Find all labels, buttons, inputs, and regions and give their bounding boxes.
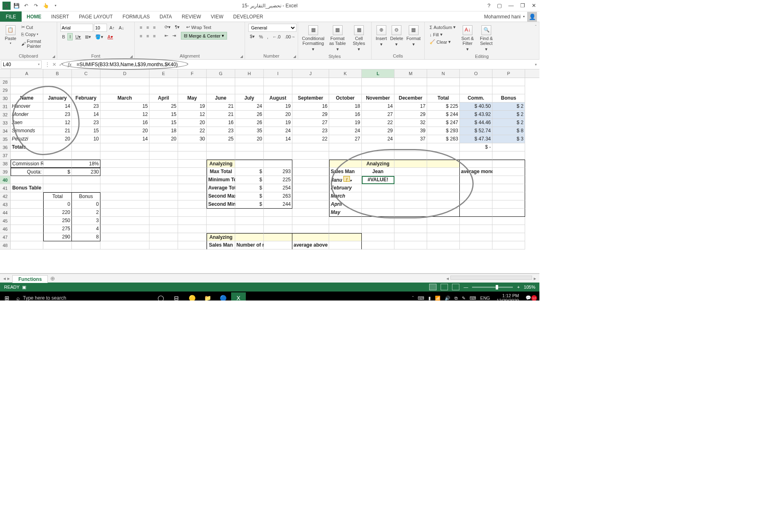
cell-L48[interactable] <box>362 241 394 249</box>
cell-B42[interactable]: Total <box>43 192 72 200</box>
cell-D37[interactable] <box>100 151 149 160</box>
format-painter-button[interactable]: 🖌Format Painter <box>20 38 53 49</box>
cell-M31[interactable]: 17 <box>394 102 427 111</box>
cell-P47[interactable] <box>492 233 525 241</box>
cell-B43[interactable]: 0 <box>43 200 72 209</box>
cell-I47[interactable] <box>264 233 292 241</box>
cell-M48[interactable] <box>394 241 427 249</box>
cell-E47[interactable] <box>149 233 178 241</box>
cell-A32[interactable]: Monder <box>11 111 43 119</box>
cell-I34[interactable]: 24 <box>264 127 292 135</box>
cell-C48[interactable] <box>72 241 100 249</box>
cell-E33[interactable]: 15 <box>149 119 178 127</box>
cell-E46[interactable] <box>149 225 178 233</box>
cell-D42[interactable] <box>100 192 149 200</box>
cell-O36[interactable]: $ - <box>460 143 492 151</box>
col-header-L[interactable]: L <box>362 69 394 78</box>
cell-E36[interactable] <box>149 143 178 151</box>
formulas-tab[interactable]: FORMULAS <box>118 11 155 22</box>
row-header-39[interactable]: 39 <box>0 168 11 176</box>
autosum-button[interactable]: Σ AutoSum ▾ <box>428 24 457 31</box>
cell-K46[interactable] <box>329 225 362 233</box>
row-header-46[interactable]: 46 <box>0 225 11 233</box>
cell-K34[interactable]: 24 <box>329 127 362 135</box>
row-header-31[interactable]: 31 <box>0 102 11 111</box>
underline-button[interactable]: U▾ <box>74 33 82 40</box>
cell-B40[interactable] <box>43 176 72 184</box>
cell-C38[interactable]: 18% <box>72 160 100 168</box>
developer-tab[interactable]: DEVELOPER <box>228 11 268 22</box>
pagelayout-view-icon[interactable] <box>441 284 448 290</box>
cell-H33[interactable]: 26 <box>235 119 264 127</box>
cell-E45[interactable] <box>149 217 178 225</box>
align-middle-icon[interactable]: ≡ <box>145 24 150 31</box>
row-header-29[interactable]: 29 <box>0 86 11 94</box>
cell-J29[interactable] <box>292 86 329 94</box>
cell-N42[interactable] <box>427 192 460 200</box>
cell-M39[interactable] <box>394 168 427 176</box>
cell-G29[interactable] <box>207 86 235 94</box>
cell-K29[interactable] <box>329 86 362 94</box>
align-bottom-icon[interactable]: ≡ <box>151 24 157 31</box>
dropbox-icon[interactable]: ⧉ <box>454 296 458 301</box>
cell-styles-button[interactable]: ▦Cell Styles▾ <box>350 24 368 53</box>
cell-M46[interactable] <box>394 225 427 233</box>
cell-L38[interactable]: Analyzing <box>362 160 394 168</box>
align-center-icon[interactable]: ≡ <box>145 33 150 39</box>
cell-C35[interactable]: 10 <box>72 135 100 143</box>
cell-G31[interactable]: 21 <box>207 102 235 111</box>
cell-F44[interactable] <box>178 209 207 217</box>
cell-O46[interactable] <box>460 225 492 233</box>
cell-K39[interactable]: Sales Man <box>329 168 362 176</box>
cell-H30[interactable]: July <box>235 94 264 102</box>
cell-N29[interactable] <box>427 86 460 94</box>
close-icon[interactable]: ✕ <box>530 2 538 9</box>
cell-I39[interactable]: 293 <box>264 168 292 176</box>
cell-G36[interactable] <box>207 143 235 151</box>
cell-K32[interactable]: 16 <box>329 111 362 119</box>
direction-icon[interactable]: ¶▾ <box>173 24 181 31</box>
cell-J42[interactable] <box>292 192 329 200</box>
cell-O45[interactable] <box>460 217 492 225</box>
cell-E34[interactable]: 18 <box>149 127 178 135</box>
dialog-launcher-icon[interactable]: ◢ <box>240 54 243 58</box>
cell-G43[interactable]: Second Min <box>207 200 235 209</box>
cell-D39[interactable] <box>100 168 149 176</box>
cell-M43[interactable] <box>394 200 427 209</box>
cell-L44[interactable] <box>362 209 394 217</box>
font-color-button[interactable]: A▾ <box>106 33 114 40</box>
cell-M37[interactable] <box>394 151 427 160</box>
cell-P40[interactable] <box>492 176 525 184</box>
font-name-input[interactable] <box>60 24 93 32</box>
cell-B29[interactable] <box>43 86 72 94</box>
tray-chevron-icon[interactable]: ˆ <box>412 296 414 301</box>
cell-K33[interactable]: 19 <box>329 119 362 127</box>
cell-M45[interactable] <box>394 217 427 225</box>
row-header-42[interactable]: 42 <box>0 192 11 200</box>
cell-O33[interactable]: $ 44.46 <box>460 119 492 127</box>
cell-I38[interactable] <box>264 160 292 168</box>
cell-E48[interactable] <box>149 241 178 249</box>
cell-F43[interactable] <box>178 200 207 209</box>
cell-I36[interactable] <box>264 143 292 151</box>
col-header-O[interactable]: O <box>460 69 492 78</box>
cell-K43[interactable]: April <box>329 200 362 209</box>
row-header-33[interactable]: 33 <box>0 119 11 127</box>
cell-M35[interactable]: 37 <box>394 135 427 143</box>
cell-J34[interactable]: 23 <box>292 127 329 135</box>
cell-P33[interactable]: $ 2 <box>492 119 525 127</box>
hscroll-left-icon[interactable]: ◂ <box>446 276 449 281</box>
cell-I45[interactable] <box>264 217 292 225</box>
edge-icon[interactable]: 🔵 <box>216 292 230 301</box>
cell-B38[interactable] <box>43 160 72 168</box>
cell-B30[interactable]: January <box>43 94 72 102</box>
cell-J38[interactable] <box>292 160 329 168</box>
cell-P31[interactable]: $ 2 <box>492 102 525 111</box>
cell-G48[interactable]: Sales Man <box>207 241 235 249</box>
cell-A37[interactable] <box>11 151 43 160</box>
row-header-30[interactable]: 30 <box>0 94 11 102</box>
insert-tab[interactable]: INSERT <box>46 11 74 22</box>
cell-M28[interactable] <box>394 78 427 86</box>
cell-I29[interactable] <box>264 86 292 94</box>
cell-J43[interactable] <box>292 200 329 209</box>
